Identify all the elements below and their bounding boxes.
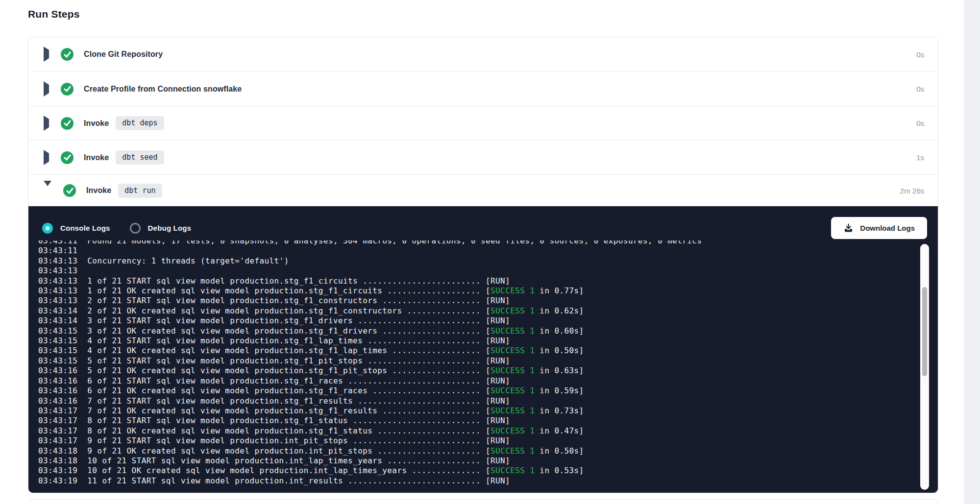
step-label: Clone Git Repository: [84, 50, 163, 59]
download-logs-button[interactable]: Download Logs: [831, 217, 927, 239]
content-area: Run Steps Clone Git Repository0sCreate P…: [28, 0, 938, 504]
success-check-icon: [61, 48, 74, 61]
download-icon: [843, 223, 854, 233]
log-viewport: 03:43:11 Found 21 models, 17 tests, 0 sn…: [38, 240, 906, 493]
step-row[interactable]: Invokedbt seed1s: [28, 140, 938, 174]
run-steps-card: Clone Git Repository0sCreate Profile fro…: [28, 37, 938, 493]
success-status: SUCCESS 1: [490, 406, 535, 415]
success-status: SUCCESS 1: [490, 466, 535, 475]
run-steps-page: Run Steps Clone Git Repository0sCreate P…: [0, 0, 980, 504]
log-line: 03:43:11: [38, 246, 906, 256]
page-title: Run Steps: [28, 0, 938, 21]
step-duration: 1s: [916, 153, 924, 162]
log-lines: 03:43:11 Found 21 models, 17 tests, 0 sn…: [38, 240, 906, 486]
step-command-badge: dbt seed: [116, 150, 164, 165]
page-right-gutter: [964, 0, 980, 504]
log-line: 03:43:16 5 of 21 OK created sql view mod…: [38, 366, 906, 376]
log-line: 03:43:13 1 of 21 OK created sql view mod…: [38, 286, 906, 296]
log-line: 03:43:17 8 of 21 OK created sql view mod…: [38, 426, 906, 436]
step-rows: Clone Git Repository0sCreate Profile fro…: [28, 37, 938, 206]
log-line: 03:43:13 1 of 21 START sql view model pr…: [38, 276, 906, 286]
log-line: 03:43:15 5 of 21 START sql view model pr…: [38, 356, 906, 366]
step-label: Invoke: [84, 153, 109, 162]
log-type-toggle: Console LogsDebug Logs: [42, 223, 211, 234]
log-tab-console-logs[interactable]: Console Logs: [42, 223, 110, 234]
log-line: 03:43:13 Concurrency: 1 threads (target=…: [38, 256, 906, 266]
log-tab-label: Console Logs: [60, 224, 110, 232]
log-line: 03:43:14 2 of 21 OK created sql view mod…: [38, 306, 906, 316]
step-duration: 0s: [916, 85, 924, 93]
log-tab-debug-logs[interactable]: Debug Logs: [130, 223, 192, 234]
success-check-icon: [61, 83, 74, 96]
log-line: 03:43:17 8 of 21 START sql view model pr…: [38, 416, 906, 426]
log-line: 03:43:18 9 of 21 OK created sql view mod…: [38, 446, 906, 456]
log-line: 03:43:13 2 of 21 START sql view model pr…: [38, 296, 906, 306]
success-check-icon: [61, 151, 74, 164]
step-label: Invoke: [84, 119, 109, 128]
chevron-down-icon[interactable]: [44, 186, 51, 195]
download-logs-label: Download Logs: [860, 224, 915, 232]
success-status: SUCCESS 1: [490, 346, 535, 355]
step-duration: 0s: [916, 119, 924, 127]
step-command-badge: dbt run: [118, 184, 162, 198]
success-status: SUCCESS 1: [490, 326, 535, 336]
radio-selected-icon[interactable]: [42, 223, 53, 234]
step-row[interactable]: Create Profile from Connection snowflake…: [28, 72, 938, 106]
step-command-badge: dbt deps: [116, 116, 164, 130]
log-tab-label: Debug Logs: [148, 224, 192, 232]
next-card-peek: [28, 499, 938, 504]
chevron-right-icon[interactable]: [44, 50, 49, 59]
log-line: 03:43:16 6 of 21 START sql view model pr…: [38, 376, 906, 386]
chevron-right-icon[interactable]: [44, 85, 49, 94]
console-log-panel: Console LogsDebug Logs Download Logs: [28, 206, 938, 493]
success-status: SUCCESS 1: [490, 286, 535, 295]
step-label: Create Profile from Connection snowflake: [84, 85, 242, 94]
step-duration: 0s: [916, 50, 924, 59]
log-line: 03:43:13: [38, 266, 906, 276]
success-check-icon: [61, 117, 74, 130]
chevron-right-icon[interactable]: [44, 119, 49, 128]
success-status: SUCCESS 1: [490, 426, 535, 435]
log-line: 03:43:17 9 of 21 START sql view model pr…: [38, 436, 906, 446]
success-status: SUCCESS 1: [490, 306, 535, 315]
log-line: 03:43:16 7 of 21 START sql view model pr…: [38, 396, 906, 406]
log-line: 03:43:17 7 of 21 OK created sql view mod…: [38, 406, 906, 416]
success-status: SUCCESS 1: [490, 386, 535, 395]
step-label: Invoke: [86, 186, 111, 195]
step-duration: 2m 26s: [900, 187, 924, 195]
log-line: 03:43:15 4 of 21 OK created sql view mod…: [38, 346, 906, 356]
success-status: SUCCESS 1: [490, 366, 535, 375]
success-status: SUCCESS 1: [490, 446, 535, 456]
step-row[interactable]: Invokedbt deps0s: [28, 106, 938, 140]
log-line: 03:43:18 10 of 21 START sql view model p…: [38, 456, 906, 466]
log-line: 03:43:14 3 of 21 START sql view model pr…: [38, 316, 906, 326]
log-line: 03:43:19 11 of 21 START sql view model p…: [38, 476, 906, 486]
log-line: 03:43:16 6 of 21 OK created sql view mod…: [38, 386, 906, 396]
log-line: 03:43:15 4 of 21 START sql view model pr…: [38, 336, 906, 346]
console-header: Console LogsDebug Logs Download Logs: [28, 206, 938, 239]
log-scrollbar-track[interactable]: [920, 244, 929, 490]
step-row[interactable]: Clone Git Repository0s: [28, 37, 938, 72]
success-check-icon: [63, 184, 76, 197]
log-scrollbar-thumb[interactable]: [922, 287, 927, 376]
log-line: 03:43:19 10 of 21 OK created sql view mo…: [38, 466, 906, 476]
log-line: 03:43:11 Found 21 models, 17 tests, 0 sn…: [38, 240, 906, 246]
step-row[interactable]: Invokedbt run2m 26s: [28, 174, 938, 206]
chevron-right-icon[interactable]: [44, 153, 49, 162]
log-line: 03:43:15 3 of 21 OK created sql view mod…: [38, 326, 906, 336]
radio-unselected-icon[interactable]: [130, 223, 141, 234]
